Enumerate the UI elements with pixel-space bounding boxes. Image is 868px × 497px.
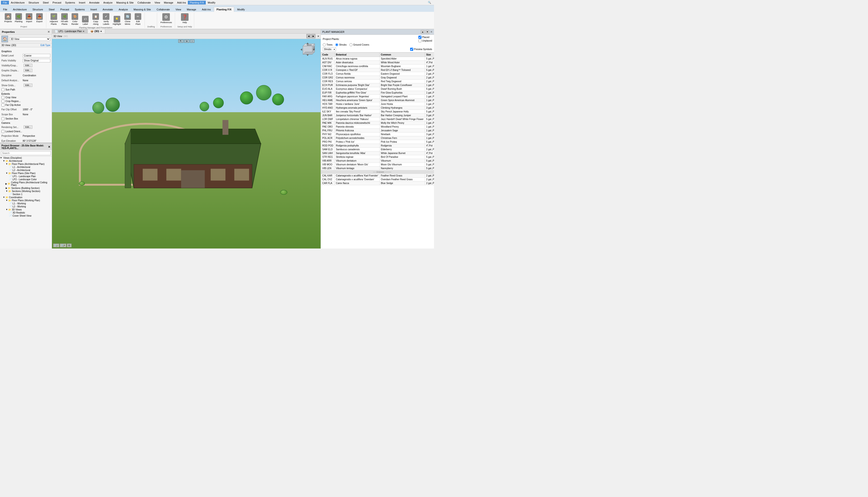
placed-checkbox[interactable] <box>418 36 422 39</box>
plant-row[interactable]: COR X R Coreopsis x 'Red Elf' Red Elf Li… <box>321 68 434 72</box>
ribbon-tab-manage[interactable]: Manage <box>184 7 199 12</box>
parts-visibility-input[interactable] <box>23 59 50 62</box>
plant-row[interactable]: STR REG Strelitzia reginae Bird Of Parad… <box>321 155 434 159</box>
ribbon-tab-structure[interactable]: Structure <box>30 7 46 12</box>
ground-covers-radio[interactable] <box>350 43 353 46</box>
plant-row[interactable]: PRO PKI Protea x 'Pink Ice' Pink Ice Pro… <box>321 140 434 144</box>
tree-item-3d-views[interactable]: ▼ 📁 3D Views <box>0 208 52 211</box>
menu-manage[interactable]: Manage <box>162 1 175 4</box>
tree-item-views-discipline[interactable]: ▼ Views (Discipline) <box>0 156 52 159</box>
tree-item-coordination[interactable]: ▼ 📁 Coordination <box>0 196 52 199</box>
plant-row[interactable]: COR RES Cornus sericea Red Twig Dogwood … <box>321 80 434 83</box>
detail-level-input[interactable] <box>23 54 50 57</box>
plant-row[interactable]: PAE OBO Paeonia obovata Woodland Peony 1… <box>321 125 434 129</box>
tree-item-ceiling-plans-arch[interactable]: ▶ 📁 Ceiling Plans (Architectural Ceiling… <box>0 181 52 187</box>
ribbon-btn-projects[interactable]: 🏠 Projects <box>3 13 13 24</box>
plant-row[interactable]: SAM ELD Sambucus canadensis Elderberry 2… <box>321 148 434 152</box>
plant-row[interactable]: COR FLO Cornus florida Eastern Dogwood 2… <box>321 72 434 76</box>
tree-item-floor-plans-arch[interactable]: ▼ 📁 Floor Plans (Architectural Plan) <box>0 162 52 166</box>
plant-row[interactable]: LOR DWF Loropetalum chinense 'Hakuou' Ja… <box>321 117 434 121</box>
scale-btn-1[interactable]: ⇱ <box>178 40 183 43</box>
ribbon-btn-verify-labels[interactable]: ✔ VerifyLabels <box>101 13 111 26</box>
plant-manager-scroll-up[interactable]: ▲ <box>421 30 425 34</box>
plant-row[interactable]: POL ACR Polystichum acrostichoides Chris… <box>321 136 434 140</box>
trees-radio[interactable] <box>323 43 326 46</box>
nav-prev-button[interactable]: ◀ <box>307 34 311 38</box>
graphic-display-edit-button[interactable]: Edit... <box>24 69 32 72</box>
plant-manager-scroll-down[interactable]: ▼ <box>426 30 429 34</box>
tree-item-floor-plans-working[interactable]: ▼ 📁 Floor Plans (Working Plan) <box>0 199 52 202</box>
ribbon-btn-highlight[interactable]: 💡 Highlight <box>112 15 122 26</box>
rendering-set-edit-button[interactable]: Edit... <box>24 125 32 129</box>
menu-planting-fx[interactable]: Planting F/X <box>188 1 206 4</box>
ribbon-btn-help[interactable]: ❓ Help <box>178 13 191 24</box>
far-clip-active-checkbox[interactable] <box>1 103 4 106</box>
ribbon-btn-edit-plant[interactable]: ✏ EditPlant <box>133 13 143 26</box>
tree-item-sections-building[interactable]: ▶ 📁 Sections (Building Section) <box>0 187 52 190</box>
zoom-out-button[interactable]: 🔍- <box>53 243 59 247</box>
plant-row[interactable]: ILE SKY Ilex crenata 'Sky Pencil' Sky Pe… <box>321 110 434 114</box>
crop-region-checkbox[interactable] <box>1 100 4 103</box>
ribbon-tab-addins[interactable]: Add-Ins <box>199 7 213 12</box>
plant-row[interactable]: ---- Grasses --------- <box>321 170 434 174</box>
plant-row[interactable]: AST DIV Aster divaricatus White Wood Ast… <box>321 61 434 65</box>
tree-item-l1-arch[interactable]: 📄 L1 - Architectural <box>0 166 52 169</box>
ribbon-btn-import[interactable]: 📥 Import <box>24 13 34 24</box>
ribbon-tab-planting-fx[interactable]: Planting F/X <box>214 7 234 12</box>
viewport-close-button[interactable]: ✕ <box>317 35 319 38</box>
tree-item-floor-plans-site[interactable]: ▼ 📁 Floor Plans (Site Plan) <box>0 172 52 175</box>
ribbon-btn-clone-mimic[interactable]: 🔄 CloneMimic <box>123 13 132 26</box>
fit-view-button[interactable]: ⊡ <box>67 243 72 247</box>
tree-item-l1-working[interactable]: 📄 L1 - Working <box>0 202 52 205</box>
plant-row[interactable]: SAN UAH Sanguisorba tenuifolia 'Alba' Wh… <box>321 152 434 155</box>
view-type-dropdown[interactable]: 3D View <box>10 37 50 41</box>
shrubs-radio[interactable] <box>335 43 338 46</box>
menu-precast[interactable]: Precast <box>51 1 63 4</box>
ribbon-tab-analyze[interactable]: Analyze <box>116 7 130 12</box>
ribbon-tab-view[interactable]: View <box>173 7 184 12</box>
ground-covers-radio-item[interactable]: Ground Covers <box>350 43 369 46</box>
plant-row[interactable]: CAL OV2 Calamagrostis x acutiflora 'Over… <box>321 178 434 181</box>
plant-row[interactable]: VIB LEN Viburnum lentago Nannyberry 5 ga… <box>321 167 434 170</box>
edit-type-button[interactable]: Edit Type <box>40 44 50 46</box>
menu-systems[interactable]: Systems <box>63 1 77 4</box>
col-header-botanical[interactable]: Botanical <box>335 53 380 57</box>
ribbon-tab-massing[interactable]: Massing & Site <box>131 7 153 12</box>
tree-item-architectural[interactable]: ▼ 📁 Architectural <box>0 159 52 162</box>
menu-addins[interactable]: Add-Ins <box>175 1 188 4</box>
shrubs-dropdown[interactable]: Shrubs <box>323 47 336 51</box>
plant-row[interactable]: VIB ARR Viburnum dentatum Viburnum 5 gal… <box>321 159 434 163</box>
sun-path-checkbox[interactable] <box>1 88 4 91</box>
ribbon-tab-collaborate[interactable]: Collaborate <box>154 7 172 12</box>
ribbon-btn-copy-along[interactable]: 📋 CopyAlong <box>91 13 100 26</box>
plant-row[interactable]: CAR FLA Carex flacca Blue Sedge 2 gal.,P… <box>321 181 434 185</box>
menu-search-icon[interactable]: 🔍 <box>426 0 433 4</box>
plant-row[interactable]: HOS TAR Hosta x tardiana 'June' June Hos… <box>321 102 434 106</box>
close-properties-button[interactable]: ✕ <box>47 30 50 33</box>
plant-row[interactable]: CIM RAC Cimicifuga racemosa cordifolia M… <box>321 65 434 68</box>
ribbon-tab-architecture[interactable]: Architecture <box>10 7 30 12</box>
ribbon-btn-fill-with[interactable]: 🌿 Fill withPlants <box>60 13 69 26</box>
ribbon-tab-steel[interactable]: Steel <box>46 7 57 12</box>
menu-annotate[interactable]: Annotate <box>87 1 101 4</box>
ribbon-tab-modify[interactable]: Modify <box>234 7 247 12</box>
plant-table-container[interactable]: Code Botanical Common Size 2D ALN RUG Al… <box>321 53 434 248</box>
viewport-tab-lp1[interactable]: 📄 LP1 - Landscape Plan ✕ <box>52 29 88 33</box>
nav-cube[interactable]: BACK LEFT <box>299 41 316 58</box>
ribbon-tab-file[interactable]: File <box>0 7 10 12</box>
visibility-edit-button[interactable]: Edit... <box>24 64 32 67</box>
nav-next-button[interactable]: ▶ <box>311 34 315 38</box>
plant-row[interactable]: ROD POD Rodgersia podophylla Rodgersia 4… <box>321 144 434 148</box>
menu-architecture[interactable]: Architecture <box>9 1 27 4</box>
col-header-code[interactable]: Code <box>321 53 335 57</box>
plant-row[interactable]: PHL FRU Phlomis fruticosa Jerusalem Sage… <box>321 129 434 132</box>
menu-file[interactable]: File <box>1 1 9 4</box>
ribbon-tab-insert[interactable]: Insert <box>88 7 100 12</box>
section-box-checkbox[interactable] <box>1 117 4 120</box>
menu-insert[interactable]: Insert <box>77 1 87 4</box>
crop-view-checkbox[interactable] <box>1 96 4 99</box>
tree-search-input[interactable] <box>1 151 51 155</box>
tree-item-cover-sheet-view[interactable]: 📄 Cover Sheet View <box>0 214 52 217</box>
plant-row[interactable]: FAR ARG Farfugium japonicum 'Argentea' V… <box>321 95 434 99</box>
close-plant-manager-button[interactable]: ✕ <box>430 30 432 33</box>
